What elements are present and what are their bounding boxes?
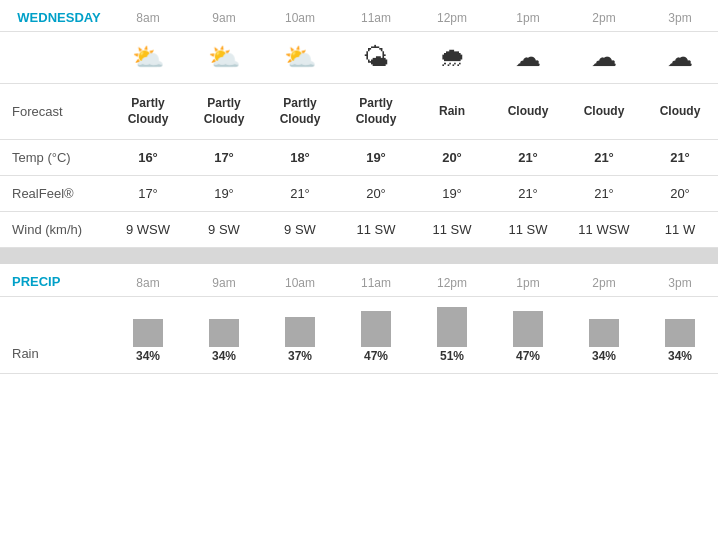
precip-time-3pm: 3pm — [642, 274, 718, 292]
temp-2pm: 21° — [566, 148, 642, 167]
icons-label — [0, 56, 110, 60]
icon-9am: ⛅ — [186, 40, 262, 75]
realfeel-12pm: 19° — [414, 184, 490, 203]
temp-9am: 17° — [186, 148, 262, 167]
rain-bar-10am: 37% — [262, 317, 338, 363]
pct-11am: 47% — [364, 349, 388, 363]
time-1pm: 1pm — [490, 9, 566, 27]
rain-bar-12pm: 51% — [414, 307, 490, 363]
rain-bar-1pm: 47% — [490, 311, 566, 363]
temp-row: Temp (°C) 16° 17° 18° 19° 20° 21° 21° 21… — [0, 140, 718, 176]
wind-12pm: 11 SW — [414, 220, 490, 239]
rain-label: Rain — [0, 344, 110, 363]
precip-header-row: PRECIP 8am 9am 10am 11am 12pm 1pm 2pm 3p… — [0, 264, 718, 297]
forecast-10am: PartlyCloudy — [262, 94, 338, 129]
forecast-8am: PartlyCloudy — [110, 94, 186, 129]
wind-11am: 11 SW — [338, 220, 414, 239]
bar-10am — [285, 317, 315, 347]
wind-2pm: 11 WSW — [566, 220, 642, 239]
forecast-9am: PartlyCloudy — [186, 94, 262, 129]
precip-time-8am: 8am — [110, 274, 186, 292]
precip-label: PRECIP — [0, 274, 110, 292]
time-11am: 11am — [338, 9, 414, 27]
icon-2pm: ☁ — [566, 40, 642, 75]
precip-time-11am: 11am — [338, 274, 414, 292]
realfeel-1pm: 21° — [490, 184, 566, 203]
rain-bar-9am: 34% — [186, 319, 262, 363]
icon-3pm: ☁ — [642, 40, 718, 75]
realfeel-11am: 20° — [338, 184, 414, 203]
time-2pm: 2pm — [566, 9, 642, 27]
temp-3pm: 21° — [642, 148, 718, 167]
bar-9am — [209, 319, 239, 347]
precip-section: PRECIP 8am 9am 10am 11am 12pm 1pm 2pm 3p… — [0, 264, 718, 374]
rain-row: Rain 34% 34% 37% 47% 51% 47% 34% — [0, 297, 718, 374]
pct-2pm: 34% — [592, 349, 616, 363]
icon-8am: ⛅ — [110, 40, 186, 75]
realfeel-3pm: 20° — [642, 184, 718, 203]
pct-10am: 37% — [288, 349, 312, 363]
forecast-2pm: Cloudy — [566, 102, 642, 122]
rain-bar-3pm: 34% — [642, 319, 718, 363]
time-3pm: 3pm — [642, 9, 718, 27]
wind-10am: 9 SW — [262, 220, 338, 239]
rain-bar-8am: 34% — [110, 319, 186, 363]
forecast-label: Forecast — [0, 102, 110, 121]
temp-12pm: 20° — [414, 148, 490, 167]
temp-8am: 16° — [110, 148, 186, 167]
forecast-section: WEDNESDAY 8am 9am 10am 11am 12pm 1pm 2pm… — [0, 0, 718, 248]
rain-bar-2pm: 34% — [566, 319, 642, 363]
wind-row: Wind (km/h) 9 WSW 9 SW 9 SW 11 SW 11 SW … — [0, 212, 718, 248]
wind-8am: 9 WSW — [110, 220, 186, 239]
time-10am: 10am — [262, 9, 338, 27]
realfeel-9am: 19° — [186, 184, 262, 203]
forecast-3pm: Cloudy — [642, 102, 718, 122]
icon-1pm: ☁ — [490, 40, 566, 75]
pct-12pm: 51% — [440, 349, 464, 363]
day-label: WEDNESDAY — [0, 8, 110, 27]
time-8am: 8am — [110, 9, 186, 27]
temp-10am: 18° — [262, 148, 338, 167]
precip-time-9am: 9am — [186, 274, 262, 292]
realfeel-8am: 17° — [110, 184, 186, 203]
forecast-12pm: Rain — [414, 102, 490, 122]
wind-label: Wind (km/h) — [0, 220, 110, 239]
precip-time-2pm: 2pm — [566, 274, 642, 292]
realfeel-10am: 21° — [262, 184, 338, 203]
precip-time-12pm: 12pm — [414, 274, 490, 292]
pct-8am: 34% — [136, 349, 160, 363]
temp-label: Temp (°C) — [0, 148, 110, 167]
forecast-1pm: Cloudy — [490, 102, 566, 122]
forecast-row: Forecast PartlyCloudy PartlyCloudy Partl… — [0, 84, 718, 140]
time-9am: 9am — [186, 9, 262, 27]
icon-11am: 🌤 — [338, 40, 414, 75]
temp-11am: 19° — [338, 148, 414, 167]
icons-row: ⛅ ⛅ ⛅ 🌤 🌧 ☁ ☁ ☁ — [0, 32, 718, 84]
wind-9am: 9 SW — [186, 220, 262, 239]
bar-8am — [133, 319, 163, 347]
bar-3pm — [665, 319, 695, 347]
wind-3pm: 11 W — [642, 220, 718, 239]
precip-time-10am: 10am — [262, 274, 338, 292]
realfeel-row: RealFeel® 17° 19° 21° 20° 19° 21° 21° 20… — [0, 176, 718, 212]
bar-1pm — [513, 311, 543, 347]
header-row: WEDNESDAY 8am 9am 10am 11am 12pm 1pm 2pm… — [0, 0, 718, 32]
bar-2pm — [589, 319, 619, 347]
icon-10am: ⛅ — [262, 40, 338, 75]
realfeel-label: RealFeel® — [0, 184, 110, 203]
realfeel-2pm: 21° — [566, 184, 642, 203]
section-separator — [0, 248, 718, 264]
icon-12pm: 🌧 — [414, 40, 490, 75]
forecast-11am: PartlyCloudy — [338, 94, 414, 129]
pct-1pm: 47% — [516, 349, 540, 363]
time-12pm: 12pm — [414, 9, 490, 27]
precip-time-1pm: 1pm — [490, 274, 566, 292]
bar-11am — [361, 311, 391, 347]
wind-1pm: 11 SW — [490, 220, 566, 239]
pct-3pm: 34% — [668, 349, 692, 363]
rain-bar-11am: 47% — [338, 311, 414, 363]
temp-1pm: 21° — [490, 148, 566, 167]
pct-9am: 34% — [212, 349, 236, 363]
bar-12pm — [437, 307, 467, 347]
